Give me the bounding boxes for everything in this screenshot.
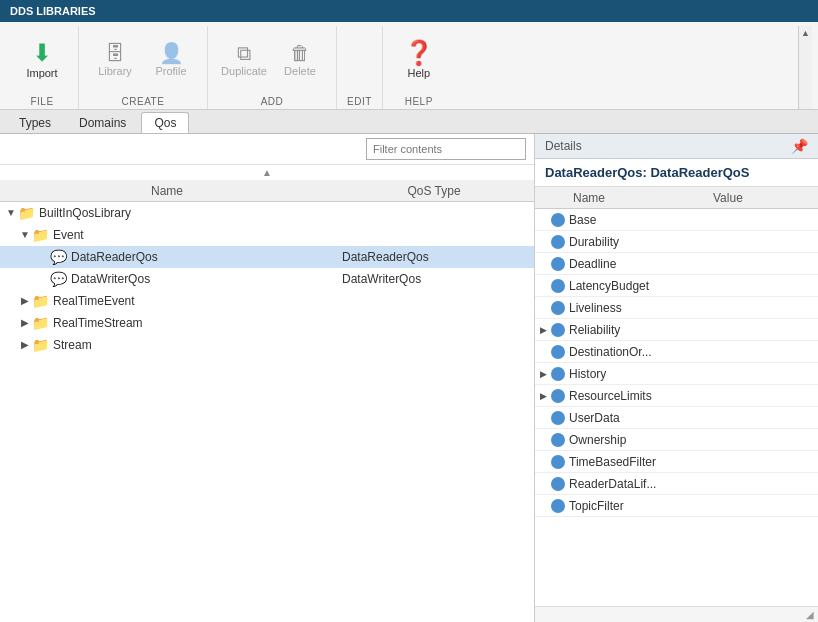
property-dot (551, 257, 565, 271)
toolbar-add-buttons: ⧉ Duplicate 🗑 Delete (218, 26, 326, 94)
tree-item-label: RealTimeEvent (53, 294, 135, 308)
property-name: UserData (569, 411, 679, 425)
toolbar-scroll-up[interactable]: ▲ (799, 26, 812, 40)
details-header-label: Details (545, 139, 582, 153)
detail-row[interactable]: ▶ Durability (535, 231, 818, 253)
property-dot (551, 455, 565, 469)
expand-toggle[interactable]: ▶ (18, 295, 32, 306)
detail-row[interactable]: ▶ ResourceLimits (535, 385, 818, 407)
tree-item-label: DataReaderQos (71, 250, 158, 264)
detail-row[interactable]: ▶ Base (535, 209, 818, 231)
tree-row[interactable]: ▶ 📁 Stream (0, 334, 534, 356)
property-dot (551, 367, 565, 381)
tree-item-label: BuiltInQosLibrary (39, 206, 131, 220)
filter-bar (0, 134, 534, 165)
tree-row[interactable]: ▶ 💬 DataWriterQos DataWriterQos (0, 268, 534, 290)
toolbar-group-create: 🗄 Library 👤 Profile CREATE (79, 26, 208, 109)
expand-toggle[interactable]: ▶ (535, 325, 551, 335)
detail-row[interactable]: ▶ DestinationOr... (535, 341, 818, 363)
detail-row[interactable]: ▶ UserData (535, 407, 818, 429)
tree-row[interactable]: ▶ 📁 RealTimeEvent (0, 290, 534, 312)
detail-row[interactable]: ▶ TopicFilter (535, 495, 818, 517)
tree-item-type: DataReaderQos (334, 250, 534, 264)
detail-row[interactable]: ▶ TimeBasedFilter (535, 451, 818, 473)
help-group-label: HELP (393, 94, 445, 109)
help-button[interactable]: ❓ Help (393, 30, 445, 90)
tab-bar: Types Domains Qos (0, 110, 818, 134)
property-name: ResourceLimits (569, 389, 679, 403)
expand-toggle[interactable]: ▶ (18, 317, 32, 328)
edit-group-label: EDIT (347, 94, 372, 109)
details-title: DataReaderQos: DataReaderQoS (535, 159, 818, 187)
datawriter-icon: 💬 (50, 271, 67, 287)
tree-col-type: QoS Type (334, 184, 534, 198)
tree-row[interactable]: ▼ 📁 Event (0, 224, 534, 246)
property-dot (551, 477, 565, 491)
property-name: DestinationOr... (569, 345, 679, 359)
scroll-arrow-up[interactable]: ▲ (0, 165, 534, 180)
delete-button[interactable]: 🗑 Delete (274, 30, 326, 90)
folder-icon: 📁 (32, 315, 49, 331)
pin-icon[interactable]: 📌 (791, 138, 808, 154)
import-icon: ⬇ (32, 41, 52, 65)
detail-row[interactable]: ▶ ReaderDataLif... (535, 473, 818, 495)
profile-icon: 👤 (159, 43, 184, 63)
import-button[interactable]: ⬇ Import (16, 30, 68, 90)
details-header: Details 📌 (535, 134, 818, 159)
detail-row[interactable]: ▶ Ownership (535, 429, 818, 451)
left-panel: ▲ Name QoS Type ▼ 📁 BuiltInQosLibrary (0, 134, 535, 622)
tree-header: Name QoS Type (0, 180, 534, 202)
tree-col-name: Name (0, 184, 334, 198)
expand-toggle[interactable]: ▼ (18, 229, 32, 240)
tree-row[interactable]: ▶ 📁 RealTimeStream (0, 312, 534, 334)
toolbar-edit-buttons (347, 26, 372, 94)
add-group-label: ADD (218, 94, 326, 109)
tree-item-label: DataWriterQos (71, 272, 150, 286)
expand-toggle[interactable]: ▶ (535, 391, 551, 401)
expand-toggle[interactable]: ▼ (4, 207, 18, 218)
details-area[interactable]: ▶ Base ▶ Durability ▶ Deadline ▶ (535, 209, 818, 606)
detail-row[interactable]: ▶ History (535, 363, 818, 385)
delete-label: Delete (284, 65, 316, 77)
toolbar-group-add: ⧉ Duplicate 🗑 Delete ADD (208, 26, 337, 109)
profile-button[interactable]: 👤 Profile (145, 30, 197, 90)
detail-row[interactable]: ▶ LatencyBudget (535, 275, 818, 297)
toolbar-group-edit: EDIT (337, 26, 383, 109)
help-icon: ❓ (404, 41, 434, 65)
delete-icon: 🗑 (290, 43, 310, 63)
resize-handle[interactable]: ◢ (806, 609, 814, 620)
create-group-label: CREATE (89, 94, 197, 109)
property-name: TopicFilter (569, 499, 679, 513)
toolbar-help-buttons: ❓ Help (393, 26, 445, 94)
duplicate-button[interactable]: ⧉ Duplicate (218, 30, 270, 90)
property-name: Liveliness (569, 301, 679, 315)
property-dot (551, 279, 565, 293)
library-button[interactable]: 🗄 Library (89, 30, 141, 90)
filter-input[interactable] (366, 138, 526, 160)
tab-domains[interactable]: Domains (66, 112, 139, 133)
detail-row[interactable]: ▶ Liveliness (535, 297, 818, 319)
toolbar: ⬇ Import FILE 🗄 Library 👤 Profile CREATE… (0, 22, 818, 110)
tree-item-label: RealTimeStream (53, 316, 143, 330)
toolbar-file-buttons: ⬇ Import (16, 26, 68, 94)
property-dot (551, 301, 565, 315)
folder-icon: 📁 (32, 293, 49, 309)
property-dot (551, 213, 565, 227)
property-dot (551, 323, 565, 337)
expand-toggle[interactable]: ▶ (18, 339, 32, 350)
tree-row[interactable]: ▶ 💬 DataReaderQos DataReaderQos (0, 246, 534, 268)
tab-qos[interactable]: Qos (141, 112, 189, 133)
help-label: Help (407, 67, 430, 79)
tree-row[interactable]: ▼ 📁 BuiltInQosLibrary (0, 202, 534, 224)
property-dot (551, 389, 565, 403)
tree-item-type: DataWriterQos (334, 272, 534, 286)
expand-toggle[interactable]: ▶ (535, 369, 551, 379)
toolbar-create-buttons: 🗄 Library 👤 Profile (89, 26, 197, 94)
detail-row[interactable]: ▶ Reliability (535, 319, 818, 341)
detail-row[interactable]: ▶ Deadline (535, 253, 818, 275)
profile-label: Profile (155, 65, 186, 77)
tree-area[interactable]: ▼ 📁 BuiltInQosLibrary ▼ 📁 Event (0, 202, 534, 622)
details-col-value-header: Value (705, 191, 818, 205)
tab-types[interactable]: Types (6, 112, 64, 133)
property-dot (551, 345, 565, 359)
